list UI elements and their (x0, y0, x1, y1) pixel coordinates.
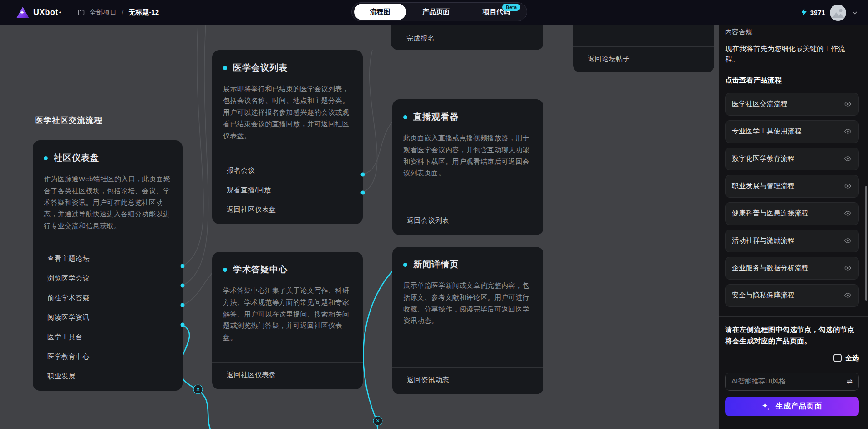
flow-node-conference-list[interactable]: 医学会议列表 展示即将举行和已结束的医学会议列表，包括会议名称、时间、地点和主题… (212, 50, 363, 224)
node-description: 学术答疑中心汇集了关于论文写作、科研方法、学术规范等方面的常见问题和专家解答。用… (223, 285, 351, 343)
lightning-icon (800, 8, 808, 17)
flow-node-qa-center[interactable]: 学术答疑中心 学术答疑中心汇集了关于论文写作、科研方法、学术规范等方面的常见问题… (212, 252, 363, 389)
breadcrumb-all-projects[interactable]: 全部项目 (89, 8, 117, 17)
node-item[interactable]: 医学工具台 (47, 327, 171, 347)
sidebar-context-label: 内容合规 (725, 28, 859, 36)
node-item-list: 返回资讯动态 (392, 367, 543, 394)
flow-node-community-dashboard[interactable]: 社区仪表盘 作为医脉通Web端社区的入口，此页面聚合了各类社区模块，包括论坛、会… (33, 140, 183, 391)
eye-icon[interactable] (844, 100, 852, 108)
node-item-list: 返回论坛帖子 (573, 46, 714, 72)
flow-list-item[interactable]: 数字化医学教育流程 (725, 148, 859, 170)
eye-icon[interactable] (844, 264, 852, 272)
edge-dot[interactable] (361, 191, 365, 195)
selection-hint-text: 请在左侧流程图中勾选节点，勾选的节点将会生成对应的产品页面。 (725, 324, 859, 347)
collapse-node-icon[interactable]: ✕ (193, 385, 203, 394)
node-description: 作为医脉通Web端社区的入口，此页面聚合了各类社区模块，包括论坛、会议、学术答疑… (44, 173, 171, 232)
node-dot-icon (223, 66, 227, 70)
eye-icon[interactable] (844, 291, 852, 299)
eye-icon[interactable] (844, 182, 852, 190)
node-item[interactable]: 医学教育中心 (47, 347, 171, 367)
flow-list-item[interactable]: 安全与隐私保障流程 (725, 284, 859, 307)
node-title: 社区仪表盘 (54, 152, 99, 164)
wire-gray-1 (183, 25, 203, 266)
node-item[interactable]: 浏览医学会议 (47, 269, 171, 288)
node-dot-icon (223, 268, 227, 272)
breadcrumb-current-project[interactable]: 无标题-12 (128, 8, 159, 17)
node-description: 展示单篇医学新闻或文章的完整内容，包括原文、参考文献和评论区。用户可进行收藏、分… (403, 280, 532, 327)
topbar-divider (69, 8, 69, 17)
node-header: 新闻详情页 (403, 259, 532, 271)
flow-list-item[interactable]: 专业医学工具使用流程 (725, 120, 859, 143)
flow-node-live-viewer[interactable]: 直播观看器 此页面嵌入直播或点播视频播放器，用于观看医学会议内容，并包含互动聊天… (392, 99, 543, 235)
node-item[interactable]: 职业发展 (47, 367, 171, 386)
generate-pages-button[interactable]: ✦✦ 生成产品页面 (725, 397, 859, 416)
node-description: 展示即将举行和已结束的医学会议列表，包括会议名称、时间、地点和主题分类。用户可以… (223, 83, 351, 142)
edge-dot[interactable] (181, 323, 185, 327)
avatar[interactable] (830, 5, 846, 21)
flow-list-item[interactable]: 企业服务与数据分析流程 (725, 257, 859, 280)
node-item-list: 查看主题论坛 浏览医学会议 前往学术答疑 阅读医学资讯 医学工具台 医学教育中心… (33, 246, 183, 391)
flow-item-label: 数字化医学教育流程 (732, 154, 795, 163)
node-item[interactable]: 返回社区仪表盘 (227, 200, 351, 220)
node-dot-icon (403, 263, 407, 267)
node-item[interactable]: 前往学术答疑 (47, 288, 171, 308)
node-item[interactable]: 返回社区仪表盘 (227, 365, 351, 385)
node-title: 医学会议列表 (233, 62, 288, 74)
breadcrumb: 全部项目 / 无标题-12 (77, 8, 159, 17)
credits-counter[interactable]: 3971 (800, 8, 825, 17)
flow-list-item[interactable]: 医学社区交流流程 (725, 93, 859, 116)
edge-dot[interactable] (181, 303, 185, 307)
select-all-checkbox[interactable] (833, 354, 842, 362)
flow-item-label: 健康科普与医患连接流程 (732, 209, 808, 218)
right-sidebar: 内容合规 现在我将首先为您细化最关键的工作流程。 点击查看产品流程 医学社区交流… (719, 25, 868, 429)
flowchart-canvas[interactable]: 医学社区交流流程 社区仪表盘 作为医脉通Web端社区的入口，此页面聚合了各类社区… (0, 25, 719, 429)
flow-node-signup-complete[interactable]: 完成报名 (391, 25, 543, 50)
wire-gray-5 (363, 50, 377, 193)
generate-button-label: 生成产品页面 (776, 401, 822, 411)
tab-product-page[interactable]: 产品页面 (406, 3, 467, 21)
scrollbar-thumb[interactable] (865, 186, 867, 301)
logo-sparkle-icon: ✦ (59, 10, 62, 15)
select-all-label: 全选 (845, 354, 859, 363)
flow-node-news-detail[interactable]: 新闻详情页 展示单篇医学新闻或文章的完整内容，包括原文、参考文献和评论区。用户可… (392, 247, 543, 394)
eye-icon[interactable] (844, 128, 852, 135)
flow-item-label: 企业服务与数据分析流程 (732, 264, 808, 272)
eye-icon[interactable] (844, 237, 852, 245)
credits-value: 3971 (810, 9, 825, 16)
node-title: 新闻详情页 (413, 259, 459, 271)
flow-node-back-forum[interactable]: 返回论坛帖子 (573, 25, 714, 72)
sidebar-intro-text: 现在我将首先为您细化最关键的工作流程。 (725, 43, 859, 65)
node-item[interactable]: 返回论坛帖子 (588, 55, 702, 63)
flow-list-item[interactable]: 活动社群与激励流程 (725, 230, 859, 252)
eye-icon[interactable] (844, 155, 852, 163)
chevron-down-icon[interactable] (852, 10, 858, 16)
flow-list-item[interactable]: 健康科普与医患连接流程 (725, 202, 859, 225)
edge-dot[interactable] (181, 264, 185, 268)
swap-icon[interactable]: ⇌ (847, 377, 853, 386)
wire-cyan-1 (179, 325, 210, 429)
node-item[interactable]: 报名会议 (227, 161, 351, 180)
node-item[interactable]: 查看主题论坛 (47, 249, 171, 269)
node-item[interactable]: 返回资讯动态 (407, 370, 532, 390)
flow-item-label: 专业医学工具使用流程 (732, 127, 802, 136)
node-item[interactable]: 完成报名 (406, 34, 435, 43)
uxbot-logo-icon: ✦ (16, 7, 29, 18)
flow-list-item[interactable]: 职业发展与管理流程 (725, 175, 859, 198)
node-item[interactable]: 观看直播/回放 (227, 180, 351, 200)
tab-flowchart[interactable]: 流程图 (354, 4, 406, 20)
node-item[interactable]: 返回会议列表 (407, 211, 532, 230)
eye-icon[interactable] (844, 209, 852, 217)
wire-gray-2 (183, 25, 208, 286)
edge-dot[interactable] (181, 284, 185, 288)
node-header: 直播观看器 (403, 111, 532, 123)
flow-item-label: 安全与隐私保障流程 (732, 291, 795, 300)
flow-title: 医学社区交流流程 (35, 115, 102, 126)
collapse-node-icon[interactable]: ✕ (373, 416, 383, 426)
logo[interactable]: ✦ UXbot✦ (16, 7, 61, 18)
edge-dot[interactable] (361, 173, 365, 177)
node-item[interactable]: 阅读医学资讯 (47, 308, 171, 327)
projects-icon (77, 9, 85, 16)
beta-badge: Beta (502, 4, 520, 11)
ui-style-input[interactable]: AI智能推荐UI风格 ⇌ (725, 373, 859, 391)
node-header: 医学会议列表 (223, 62, 351, 74)
